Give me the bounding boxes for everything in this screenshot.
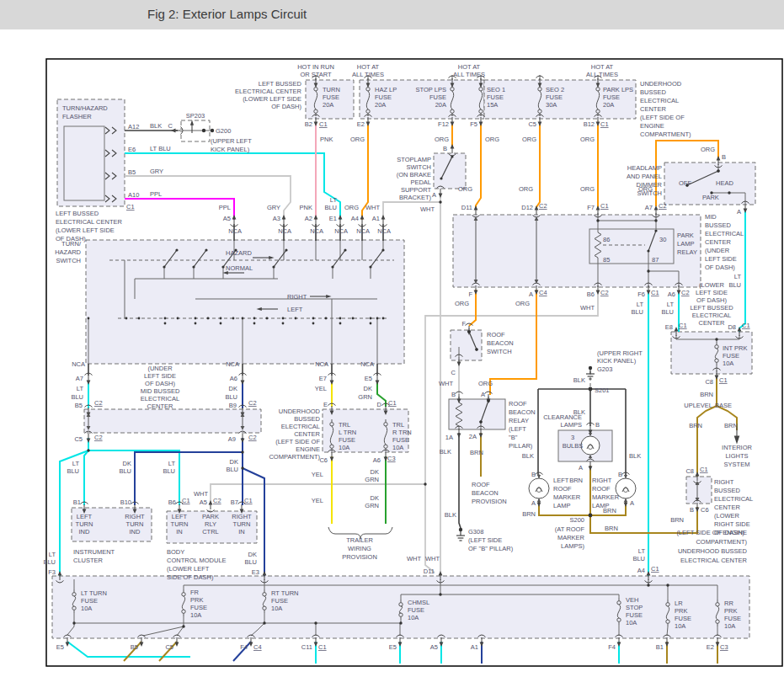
diagram-text: TURN/HAZARD bbox=[62, 104, 108, 112]
diagram-text: C2 bbox=[94, 434, 103, 441]
junction-dot bbox=[589, 514, 593, 518]
diagram-text: TURN bbox=[233, 520, 251, 528]
junction-dot bbox=[87, 449, 89, 451]
diagram-text: 87 bbox=[652, 256, 659, 264]
diagram-text: C1 bbox=[126, 203, 135, 211]
diagram-text: BRN bbox=[724, 422, 738, 429]
diagram-text: C bbox=[168, 122, 173, 130]
diagram-text: "B" bbox=[509, 434, 518, 441]
diagram-text: E6 bbox=[128, 146, 136, 153]
diagram-text: WHT bbox=[425, 555, 440, 562]
diagram-text: F3 bbox=[48, 568, 56, 576]
diagram-text: WIRING bbox=[348, 545, 371, 552]
junction-dot bbox=[666, 584, 669, 586]
diagram-text: ORG bbox=[701, 146, 715, 153]
diagram-text: ELECTRICAL CENTER bbox=[56, 218, 122, 226]
diagram-text: A3 bbox=[273, 215, 280, 222]
diagram-text: BODY bbox=[167, 548, 184, 556]
diagram-text: 3 bbox=[571, 434, 574, 441]
diagram-text: B bbox=[595, 421, 600, 429]
diagram-text: ORG bbox=[350, 136, 365, 143]
diagram-text: ENGINE bbox=[640, 122, 664, 130]
diagram-text: RIGHT SIDE bbox=[714, 520, 750, 528]
diagram-text: LEFT SIDE bbox=[705, 255, 737, 263]
diagram-text: LT bbox=[49, 551, 56, 558]
diagram-text: F6 bbox=[637, 291, 645, 298]
diagram-text: OF DASH) bbox=[271, 103, 301, 110]
diagram-text: ORG bbox=[344, 204, 359, 211]
diagram-text: ELECTRICAL CENTER bbox=[235, 88, 301, 95]
diagram-text: A6 bbox=[373, 456, 381, 464]
diagram-text: HOT AT bbox=[357, 63, 380, 71]
diagram-text: COMPARTMENT) bbox=[640, 131, 691, 138]
junction-dot bbox=[88, 317, 90, 320]
diagram-text: IND bbox=[79, 528, 91, 536]
junction-dot bbox=[589, 387, 593, 392]
diagram-text: FUSE bbox=[487, 93, 504, 101]
diagram-text: BLU bbox=[226, 466, 238, 473]
diagram-text: A bbox=[579, 464, 583, 472]
junction-dot bbox=[202, 129, 205, 132]
diagram-text: (UNDER bbox=[705, 247, 730, 254]
diagram-text: B9 bbox=[229, 402, 237, 409]
diagram-text: BLK bbox=[522, 452, 534, 460]
diagram-text: D11 bbox=[424, 568, 435, 575]
diagram-text: BLU bbox=[43, 558, 56, 566]
diagram-text: 20A bbox=[375, 101, 386, 109]
diagram-text: A6 bbox=[230, 375, 237, 382]
diagram-text: RR bbox=[724, 600, 733, 607]
diagram-text: LEFT BUSSED bbox=[690, 304, 733, 312]
diagram-text: F7 bbox=[587, 204, 595, 211]
diagram-text: MARKER bbox=[557, 534, 585, 541]
diagram-text: LAMPS) bbox=[561, 542, 584, 550]
diagram-text: 10A bbox=[675, 622, 685, 630]
diagram-text: PNK bbox=[320, 136, 333, 143]
diagram-text: C5 bbox=[528, 120, 536, 128]
diagram-text: ENGINE bbox=[296, 445, 320, 453]
diagram-text: ELECTRICAL bbox=[281, 423, 320, 430]
diagram-text: 10A bbox=[724, 622, 735, 630]
diagram-text: SEO 1 bbox=[487, 86, 505, 93]
diagram-text: B6 bbox=[168, 498, 176, 506]
diagram-text: NCA bbox=[278, 227, 291, 235]
diagram-text: 20A bbox=[323, 101, 333, 109]
diagram-text: WHT bbox=[194, 490, 208, 498]
diagram-text: BEACON bbox=[472, 489, 499, 497]
wiring-diagram-canvas: HOT IN RUNOR STARTHOT ATALL TIMESHOT ATA… bbox=[0, 0, 784, 677]
diagram-text: A bbox=[737, 208, 741, 216]
diagram-text: C1 bbox=[700, 466, 708, 473]
diagram-text: ORG bbox=[580, 185, 595, 193]
diagram-text: LIGHTS bbox=[725, 452, 748, 460]
diagram-text: A bbox=[481, 391, 485, 398]
diagram-text: C5 bbox=[165, 643, 173, 651]
junction-dot bbox=[282, 323, 285, 325]
diagram-text: (LOWER LEFT bbox=[167, 565, 210, 573]
diagram-text: B1 bbox=[73, 498, 81, 506]
diagram-text: 15A bbox=[487, 101, 498, 109]
diagram-text: BLK bbox=[629, 452, 641, 460]
diagram-text: C4 bbox=[253, 643, 262, 651]
diagram-text: C6 bbox=[701, 506, 709, 514]
diagram-text: ORG bbox=[458, 185, 472, 193]
diagram-text: NCA bbox=[315, 360, 328, 368]
diagram-text: G200 bbox=[216, 127, 231, 135]
diagram-text: FUSE bbox=[546, 93, 563, 101]
diagram-text: BULBS bbox=[563, 442, 584, 450]
diagram-text: FR bbox=[190, 589, 200, 596]
diagram-text: GRY bbox=[150, 168, 163, 175]
junction-dot bbox=[424, 482, 426, 485]
diagram-text: F4 bbox=[608, 643, 616, 651]
diagram-text: C1 bbox=[319, 120, 328, 128]
component-box bbox=[86, 240, 404, 364]
diagram-text: A4 bbox=[637, 567, 645, 574]
junction-dot bbox=[382, 317, 385, 320]
diagram-text: BRN bbox=[522, 510, 536, 518]
diagram-text: (LOWER bbox=[714, 512, 740, 520]
diagram-text: B bbox=[690, 506, 694, 514]
diagram-text: HOT IN RUN bbox=[297, 63, 334, 71]
diagram-text: CHMSL bbox=[408, 599, 429, 606]
diagram-text: (LEFT SIDE OF ENGINE bbox=[676, 529, 747, 536]
diagram-text: F bbox=[468, 291, 472, 298]
diagram-text: B5 bbox=[131, 643, 138, 651]
diagram-text: E bbox=[323, 401, 328, 408]
